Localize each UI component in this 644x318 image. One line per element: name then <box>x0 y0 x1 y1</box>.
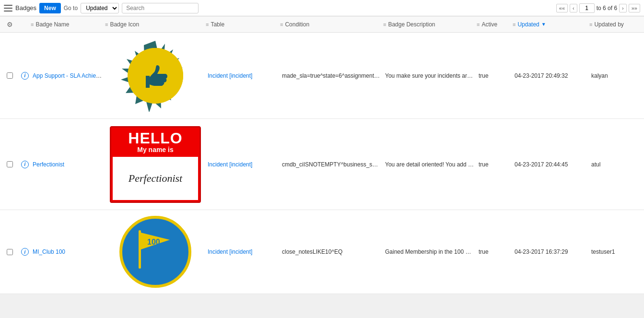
svg-rect-2 <box>139 230 141 269</box>
row-updated: 04-23-2017 16:37:29 <box>513 248 589 255</box>
row-badge-icon: 100 <box>105 212 206 292</box>
badge-name-link[interactable]: MI_Club 100 <box>33 248 65 255</box>
badge-name-link[interactable]: Perfectionist <box>33 161 64 168</box>
svg-text:100: 100 <box>147 238 160 246</box>
hello-bottom-section: Perfectionist <box>111 155 199 201</box>
row-description: You make sure your incidents are resolve… <box>383 72 477 79</box>
row-table: Incident [incident] <box>206 248 280 255</box>
row-table: Incident [incident] <box>206 72 280 79</box>
goto-label: Go to <box>64 5 78 12</box>
row-badge-name: Perfectionist <box>31 161 105 168</box>
row-condition: cmdb_ciISNOTEMPTY^business_serviceISNOTE… <box>280 161 383 168</box>
thumbsup-badge <box>119 40 191 112</box>
row-condition: made_sla=true^state=6^assignment_group=9… <box>280 72 383 79</box>
hello-text: HELLO <box>111 130 199 146</box>
col-menu-icon: ≡ <box>589 22 592 27</box>
page-number-input[interactable] <box>579 3 595 13</box>
pagination-controls: «« ‹ to 6 of 6 › »» <box>556 3 640 13</box>
row-checkbox-cell[interactable] <box>0 161 19 167</box>
thumbsup-svg <box>139 59 172 93</box>
row-active: true <box>477 161 513 168</box>
col-menu-icon: ≡ <box>383 22 386 27</box>
row-updated: 04-23-2017 20:44:45 <box>513 161 589 168</box>
prev-page-button[interactable]: ‹ <box>570 4 577 12</box>
info-icon[interactable]: i <box>21 248 29 256</box>
header-badge-desc[interactable]: ≡ Badge Description <box>383 21 477 28</box>
row-checkbox[interactable] <box>7 161 13 167</box>
row-description: Gained Membership in the 100 Club <box>383 248 477 255</box>
header-updated[interactable]: ≡ Updated ▼ <box>513 21 589 28</box>
header-active[interactable]: ≡ Active <box>477 21 513 28</box>
row-badge-name: App Support - SLA Achiever <box>31 72 105 79</box>
header-table[interactable]: ≡ Table <box>206 21 280 28</box>
sort-arrow-icon: ▼ <box>541 22 546 27</box>
header-badge-name[interactable]: ≡ Badge Name <box>31 21 105 28</box>
info-icon[interactable]: i <box>21 161 29 168</box>
table-row: i MI_Club 100 100 Incident [incident] cl… <box>0 210 644 294</box>
row-table: Incident [incident] <box>206 161 280 168</box>
hamburger-menu-icon[interactable] <box>4 5 12 12</box>
hello-top-section: HELLO My name is <box>111 128 199 155</box>
row-updated-by: atul <box>589 161 644 168</box>
search-input[interactable] <box>122 3 199 13</box>
row-updated-by: testuser1 <box>589 248 644 255</box>
row-condition: close_notesLIKE10^EQ <box>280 248 383 255</box>
column-headers: ⚙ ≡ Badge Name ≡ Badge Icon ≡ Table ≡ Co… <box>0 16 644 33</box>
header-updated-by[interactable]: ≡ Updated by <box>589 21 644 28</box>
app-label: Badges <box>15 4 36 12</box>
row-description: You are detail oriented! You add useful … <box>383 161 477 168</box>
col-menu-icon: ≡ <box>31 22 34 27</box>
info-icon[interactable]: i <box>21 72 29 80</box>
hundred-club-badge: 100 <box>119 216 191 288</box>
row-info-cell[interactable]: i <box>19 248 31 256</box>
col-menu-icon: ≡ <box>513 22 515 27</box>
col-menu-icon: ≡ <box>477 22 480 27</box>
row-info-cell[interactable]: i <box>19 161 31 168</box>
header-badge-icon[interactable]: ≡ Badge Icon <box>105 21 206 28</box>
col-menu-icon: ≡ <box>105 22 108 27</box>
settings-icon[interactable]: ⚙ <box>7 21 13 28</box>
last-page-button[interactable]: »» <box>629 4 640 12</box>
page-total: to 6 of 6 <box>597 5 617 12</box>
header-condition[interactable]: ≡ Condition <box>280 21 383 28</box>
myname-text: My name is <box>111 146 199 155</box>
perfectionist-name-text: Perfectionist <box>129 172 182 185</box>
row-updated: 04-23-2017 20:49:32 <box>513 72 589 79</box>
thumbsup-inner <box>128 48 183 103</box>
row-checkbox[interactable] <box>7 72 13 79</box>
row-checkbox[interactable] <box>7 249 13 255</box>
new-button[interactable]: New <box>39 3 61 13</box>
table-row: i App Support - SLA Achiever Incident [i… <box>0 33 644 119</box>
hello-nametag-badge: HELLO My name is Perfectionist <box>110 126 201 203</box>
row-info-cell[interactable]: i <box>19 72 31 80</box>
row-badge-icon: HELLO My name is Perfectionist <box>105 122 206 207</box>
row-updated-by: kalyan <box>589 72 644 79</box>
row-active: true <box>477 248 513 255</box>
col-menu-icon: ≡ <box>280 22 283 27</box>
row-checkbox-cell[interactable] <box>0 72 19 79</box>
badge-name-link[interactable]: App Support - SLA Achiever <box>33 72 104 79</box>
header-checkbox-col: ⚙ <box>0 21 19 28</box>
first-page-button[interactable]: «« <box>556 4 568 12</box>
toolbar: Badges New Go to Updated «« ‹ to 6 of 6 … <box>0 0 644 16</box>
next-page-button[interactable]: › <box>619 4 627 12</box>
row-badge-name: MI_Club 100 <box>31 248 105 255</box>
table-row: i Perfectionist HELLO My name is Perfect… <box>0 119 644 210</box>
col-menu-icon: ≡ <box>206 22 209 27</box>
row-checkbox-cell[interactable] <box>0 249 19 255</box>
row-badge-icon <box>105 36 206 116</box>
hundred-flag-svg: 100 <box>129 225 182 278</box>
goto-select[interactable]: Updated <box>81 3 119 13</box>
row-active: true <box>477 72 513 79</box>
